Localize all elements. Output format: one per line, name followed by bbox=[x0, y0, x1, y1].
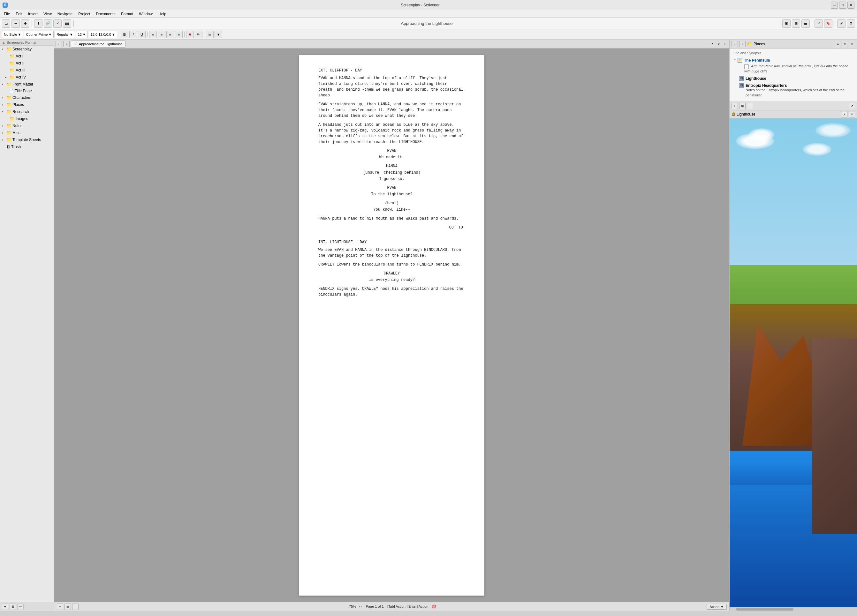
sidebar-group-btn[interactable]: ⊞ bbox=[9, 604, 16, 610]
align-left-button[interactable]: ≡ bbox=[149, 31, 157, 38]
image-external-btn[interactable]: ↗ bbox=[841, 111, 848, 117]
align-center-button[interactable]: ≡ bbox=[158, 31, 166, 38]
sidebar-item-act3[interactable]: 📁 Act III bbox=[0, 67, 54, 74]
menu-navigate[interactable]: Navigate bbox=[55, 11, 75, 17]
toolbar-sep-5 bbox=[835, 20, 835, 27]
spacing-dropdown[interactable]: 12.0 12.0/0.0 ▼ bbox=[89, 31, 117, 38]
highlight-button[interactable]: ✏ bbox=[195, 31, 203, 38]
editor[interactable]: EXT. CLIFFTOP - DAY EVAN and HANNA stand… bbox=[54, 48, 729, 602]
font-dropdown[interactable]: Courier Prime ▼ bbox=[24, 31, 54, 38]
toolbar-forward-btn[interactable]: ↩ bbox=[11, 20, 20, 28]
sidebar-item-trash[interactable]: 🗑 Trash bbox=[0, 143, 54, 150]
script-page[interactable]: EXT. CLIFFTOP - DAY EVAN and HANNA stand… bbox=[299, 55, 484, 596]
text-color-button[interactable]: A bbox=[186, 31, 194, 38]
sidebar-item-templatesheets[interactable]: ▸ 📁 Template Sheets bbox=[0, 136, 54, 143]
expand-arrow-templatesheets: ▸ bbox=[2, 138, 5, 141]
underline-button[interactable]: U bbox=[138, 31, 145, 38]
sidebar-item-images[interactable]: 📁 Images bbox=[0, 115, 54, 122]
font-arrow-icon: ▼ bbox=[48, 32, 52, 36]
menu-help[interactable]: Help bbox=[156, 11, 169, 17]
align-justify-button[interactable]: ≡ bbox=[175, 31, 183, 38]
sidebar-item-titlepage[interactable]: 📄 Title Page bbox=[0, 88, 54, 94]
doc-tab-next[interactable]: › bbox=[63, 41, 70, 47]
menu-view[interactable]: View bbox=[41, 11, 54, 17]
toolbar-view-split[interactable]: ⊞ bbox=[792, 20, 800, 28]
list-options-button[interactable]: ▼ bbox=[215, 31, 222, 38]
align-right-button[interactable]: ≡ bbox=[166, 31, 174, 38]
doc-tab-down-btn[interactable]: ∨ bbox=[716, 41, 722, 47]
insp-grid-btn[interactable]: ⊞ bbox=[739, 103, 746, 109]
sidebar-item-frontmatter[interactable]: ▾ 📁 Front Matter bbox=[0, 81, 54, 88]
window-controls[interactable]: — □ ✕ bbox=[831, 2, 854, 9]
sidebar-item-act4[interactable]: ▸ 📁 Act IV bbox=[0, 74, 54, 81]
insp-more-btn[interactable]: ··· bbox=[747, 103, 753, 109]
toolbar-link-btn[interactable]: 🔗 bbox=[44, 20, 52, 28]
toolbar-flag-btn[interactable]: ✓ bbox=[53, 20, 62, 28]
sidebar-item-screenplay[interactable]: ▾ 📁 Screenplay bbox=[0, 46, 54, 52]
menu-project[interactable]: Project bbox=[76, 11, 93, 17]
minimize-button[interactable]: — bbox=[831, 2, 838, 9]
toolbar-bookmark-btn[interactable]: 🔖 bbox=[824, 20, 832, 28]
menu-file[interactable]: File bbox=[1, 11, 12, 17]
menu-insert[interactable]: Insert bbox=[26, 11, 40, 17]
insp-nav-next[interactable]: › bbox=[739, 41, 746, 47]
toolbar-snapshot-btn[interactable]: 📷 bbox=[63, 20, 71, 28]
insp-nav-prev[interactable]: ‹ bbox=[732, 41, 738, 47]
doc-tab-max-btn[interactable]: □ bbox=[722, 41, 728, 47]
doc-tab-approaching[interactable]: 📄 Approaching the Lighthouse bbox=[71, 40, 125, 48]
insp-ctrl-up[interactable]: ∧ bbox=[835, 41, 841, 47]
insp-ctrl-down[interactable]: ∨ bbox=[842, 41, 848, 47]
sidebar-item-notes[interactable]: ▸ 📁 Notes bbox=[0, 122, 54, 129]
insp-ctrl-grid[interactable]: ⊞ bbox=[849, 41, 855, 47]
list-button[interactable]: ☰ bbox=[206, 31, 213, 38]
action-dropdown[interactable]: Action ▼ bbox=[707, 604, 727, 610]
sidebar-item-research[interactable]: ▾ 📁 Research bbox=[0, 108, 54, 115]
weight-dropdown[interactable]: Regular ▼ bbox=[54, 31, 75, 38]
doc-tab-up-btn[interactable]: ∧ bbox=[710, 41, 715, 47]
close-button[interactable]: ✕ bbox=[848, 2, 854, 9]
insp-add-btn[interactable]: + bbox=[732, 103, 738, 109]
bold-button[interactable]: B bbox=[121, 31, 128, 38]
sidebar-item-act1[interactable]: 📁 Act I bbox=[0, 52, 54, 60]
toolbar-add-btn[interactable]: ⊕ bbox=[21, 20, 29, 28]
more-doc-btn[interactable]: ··· bbox=[72, 604, 79, 610]
size-dropdown[interactable]: 12 ▼ bbox=[76, 31, 88, 38]
sidebar-item-places[interactable]: ▸ 📁 Places bbox=[0, 101, 54, 108]
statusbar-right: Action ▼ bbox=[707, 604, 727, 610]
horizontal-scrollbar[interactable] bbox=[730, 607, 857, 611]
add-doc-btn[interactable]: + bbox=[57, 604, 63, 610]
style-dropdown[interactable]: No Style ▼ bbox=[2, 31, 23, 38]
synopsis-item-lighthouse[interactable]: 🖼 Lighthouse bbox=[733, 75, 854, 82]
sidebar-label-templatesheets: Template Sheets bbox=[12, 137, 41, 142]
sidebar-more-btn[interactable]: ··· bbox=[17, 604, 24, 610]
toolbar-move-btn[interactable]: ⬆ bbox=[34, 20, 42, 28]
statusbar-target-icon[interactable]: 🎯 bbox=[432, 605, 436, 608]
toolbar-export-btn[interactable]: ↗ bbox=[815, 20, 823, 28]
image-close-btn[interactable]: ✕ bbox=[849, 111, 855, 117]
maximize-button[interactable]: □ bbox=[839, 2, 846, 9]
sidebar-item-characters[interactable]: ▸ 📁 Characters bbox=[0, 94, 54, 101]
frontmatter-icon: 📁 bbox=[6, 82, 11, 87]
menu-edit[interactable]: Edit bbox=[13, 11, 25, 17]
italic-button[interactable]: I bbox=[129, 31, 137, 38]
synopsis-item-peninsula[interactable]: ▾ 📁 The Peninsula bbox=[733, 57, 854, 64]
synopsis-item-entropix[interactable]: 🖼 Entropix Headquarters Notes on the Ent… bbox=[733, 82, 854, 99]
sidebar-item-act2[interactable]: 📁 Act II bbox=[0, 60, 54, 67]
sidebar-item-misc[interactable]: ▸ 📁 Misc. bbox=[0, 129, 54, 136]
toolbar-settings-btn[interactable]: ⚙ bbox=[847, 20, 855, 28]
sidebar-add-btn[interactable]: + bbox=[2, 604, 8, 610]
doc-tab-prev[interactable]: ‹ bbox=[56, 41, 62, 47]
toolbar-fullscreen-btn[interactable]: ⤢ bbox=[837, 20, 846, 28]
menu-window[interactable]: Window bbox=[136, 11, 155, 17]
toolbar-back-btn[interactable]: 🗂 bbox=[2, 20, 10, 28]
toolbar-view-single[interactable]: ▣ bbox=[782, 20, 790, 28]
scrollbar-thumb[interactable] bbox=[736, 608, 794, 611]
menu-documents[interactable]: Documents bbox=[94, 11, 118, 17]
insp-link-btn[interactable]: ↗ bbox=[849, 103, 855, 109]
group-doc-btn[interactable]: ⊞ bbox=[65, 604, 71, 610]
statusbar-nav-next[interactable]: › bbox=[361, 605, 362, 608]
menu-format[interactable]: Format bbox=[118, 11, 136, 17]
statusbar-nav-prev[interactable]: ‹ bbox=[359, 605, 360, 608]
peninsula-synopsis: Armund Peninsula, known as "the arm", ju… bbox=[733, 64, 854, 75]
toolbar-view-outline[interactable]: ☰ bbox=[801, 20, 810, 28]
